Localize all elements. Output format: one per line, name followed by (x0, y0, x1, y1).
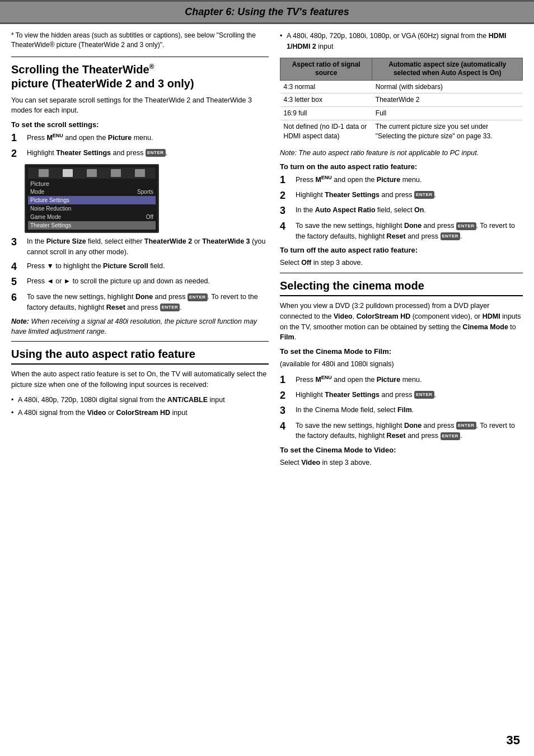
table-row: 4:3 normal Normal (with sidebars) (280, 80, 523, 94)
chapter-title: Chapter 6: Using the TV's features (185, 6, 349, 17)
video-text: Select Video in step 3 above. (280, 458, 523, 468)
top-note: * To view the hidden areas (such as subt… (11, 31, 269, 50)
menu-section-label: Picture (28, 180, 156, 188)
menu-row-game: Game ModeOff (28, 213, 156, 221)
toolbar-icon-1 (39, 169, 49, 177)
page-number: 35 (507, 733, 520, 748)
toolbar-icon-5 (135, 169, 145, 177)
bullet-2: A 480i signal from the Video or ColorStr… (11, 408, 269, 418)
toolbar-icon-3 (87, 169, 97, 177)
auto-on-step-1: 1 Press MENU and open the Picture menu. (280, 174, 523, 186)
section3-title: Selecting the cinema mode (280, 279, 523, 296)
table-header-col1: Aspect ratio of signal source (280, 58, 372, 80)
menu-screenshot: Picture ModeSports Picture Settings Nois… (25, 164, 159, 233)
section2-bullets: A 480i, 480p, 720p, 1080i digital signal… (11, 395, 269, 418)
enter-icon-7: ENTER (414, 391, 434, 399)
toolbar-icon-2 (63, 169, 73, 177)
section-cinema: Selecting the cinema mode When you view … (280, 279, 523, 468)
table-row: Not defined (no ID-1 data or HDMI aspect… (280, 120, 523, 143)
section1-subsection: To set the scroll settings: (11, 120, 269, 129)
section1-steps-cont: 3 In the Picture Size field, select eith… (11, 236, 269, 312)
step-2: 2 Highlight Theater Settings and press E… (11, 148, 269, 160)
enter-icon-5: ENTER (456, 222, 476, 230)
film-steps: 1 Press MENU and open the Picture menu. … (280, 374, 523, 441)
section2-body: When the auto aspect ratio feature is se… (11, 369, 269, 390)
right-bullets: A 480i, 480p, 720p, 1080i, 1080p, or VGA… (280, 31, 523, 52)
table-cell: 16:9 full (280, 107, 372, 120)
bullet-1: A 480i, 480p, 720p, 1080i digital signal… (11, 395, 269, 405)
table-cell: 4:3 letter box (280, 94, 372, 107)
section1-title-text: Scrolling the TheaterWide® (11, 63, 154, 76)
left-column: * To view the hidden areas (such as subt… (11, 31, 269, 473)
film-avail: (available for 480i and 1080i signals) (280, 359, 523, 370)
enter-icon-8: ENTER (456, 422, 476, 430)
film-heading: To set the Cinema Mode to Film: (280, 347, 523, 356)
table-cell: 4:3 normal (280, 80, 372, 94)
auto-on-steps: 1 Press MENU and open the Picture menu. … (280, 174, 523, 241)
video-heading: To set the Cinema Mode to Video: (280, 446, 523, 454)
auto-off-text: Select Off in step 3 above. (280, 258, 523, 268)
menu-row-mode: ModeSports (28, 188, 156, 196)
enter-icon-1: ENTER (146, 149, 166, 157)
auto-on-step-2: 2 Highlight Theater Settings and press E… (280, 190, 523, 202)
step-5: 5 Press ◄ or ► to scroll the picture up … (11, 276, 269, 288)
table-cell: Not defined (no ID-1 data or HDMI aspect… (280, 120, 372, 143)
section2-title: Using the auto aspect ratio feature (11, 347, 269, 365)
section1-title: Scrolling the TheaterWide® picture (Thea… (11, 63, 269, 91)
menu-toolbar (28, 167, 156, 179)
step-1: 1 Press MENU and open the Picture menu. (11, 132, 269, 144)
auto-off-heading: To turn off the auto aspect ratio featur… (280, 246, 523, 254)
section1-title-text2: picture (TheaterWide 2 and 3 only) (11, 77, 194, 90)
section-scrolling: Scrolling the TheaterWide® picture (Thea… (11, 63, 269, 337)
table-note: Note: The auto aspect ratio feature is n… (280, 148, 523, 158)
table-row: 16:9 full Full (280, 107, 523, 120)
right-bullet-1: A 480i, 480p, 720p, 1080i, 1080p, or VGA… (280, 31, 523, 52)
menu-row-theater: Theater Settings (28, 221, 156, 230)
enter-icon-3: ENTER (160, 304, 180, 311)
aspect-table: Aspect ratio of signal source Automatic … (280, 58, 523, 143)
right-column: A 480i, 480p, 720p, 1080i, 1080p, or VGA… (280, 31, 523, 473)
auto-on-step-4: 4 To save the new settings, highlight Do… (280, 221, 523, 242)
section1-body: You can set separate scroll settings for… (11, 95, 269, 116)
section-auto-aspect: Using the auto aspect ratio feature When… (11, 347, 269, 418)
step-3: 3 In the Picture Size field, select eith… (11, 236, 269, 258)
auto-on-step-3: 3 In the Auto Aspect Ratio field, select… (280, 205, 523, 217)
enter-icon-9: ENTER (441, 432, 461, 440)
section1-steps: 1 Press MENU and open the Picture menu. … (11, 132, 269, 160)
film-step-2: 2 Highlight Theater Settings and press E… (280, 390, 523, 402)
menu-row-picture-settings: Picture Settings (28, 196, 156, 204)
step-6: 6 To save the new settings, highlight Do… (11, 292, 269, 313)
table-cell: Normal (with sidebars) (372, 80, 523, 94)
enter-icon-4: ENTER (414, 191, 434, 199)
menu-row-noise: Noise Reduction (28, 204, 156, 213)
auto-on-heading: To turn on the auto aspect ratio feature… (280, 162, 523, 171)
toolbar-icon-4 (111, 169, 121, 177)
table-row: 4:3 letter box TheaterWide 2 (280, 94, 523, 107)
enter-icon-2: ENTER (188, 293, 208, 301)
section1-note: Note: When receiving a signal at 480i re… (11, 317, 269, 337)
page: Chapter 6: Using the TV's features * To … (0, 0, 534, 756)
table-cell: TheaterWide 2 (372, 94, 523, 107)
enter-icon-6: ENTER (441, 232, 461, 240)
step-4: 4 Press ▼ to highlight the Picture Scrol… (11, 261, 269, 273)
chapter-header: Chapter 6: Using the TV's features (0, 0, 534, 24)
section3-body: When you view a DVD (3:2 pulldown proces… (280, 301, 523, 343)
table-header-col2: Automatic aspect size (automatically sel… (372, 58, 523, 80)
film-step-4: 4 To save the new settings, highlight Do… (280, 421, 523, 442)
table-cell: The current picture size you set under "… (372, 120, 523, 143)
table-cell: Full (372, 107, 523, 120)
film-step-3: 3 In the Cinema Mode field, select Film. (280, 405, 523, 417)
film-step-1: 1 Press MENU and open the Picture menu. (280, 374, 523, 386)
